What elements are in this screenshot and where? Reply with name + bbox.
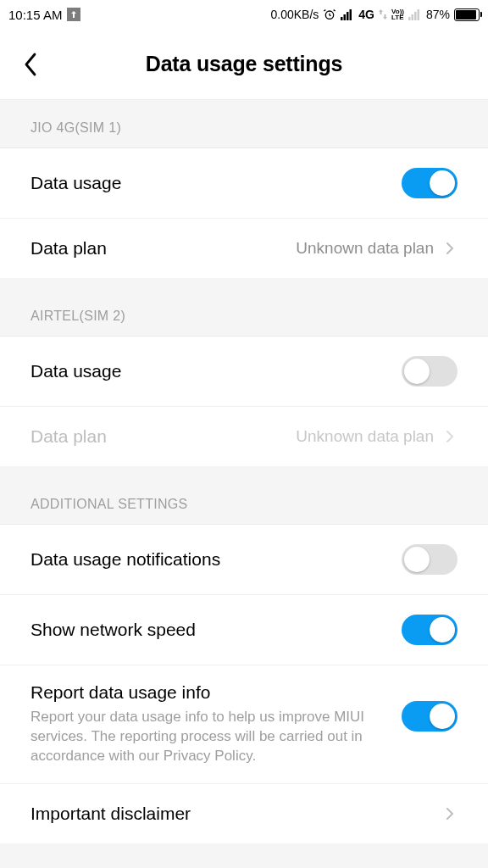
group-sim1: Data usage Data plan Unknown data plan: [0, 147, 488, 278]
section-header-sim1: JIO 4G(SIM 1): [0, 100, 488, 147]
row-label: Important disclaimer: [30, 804, 442, 824]
section-header-additional: ADDITIONAL SETTINGS: [0, 476, 488, 524]
updown-icon: [379, 9, 387, 19]
volte-indicator: Vo)) LTE: [391, 8, 404, 20]
back-button[interactable]: [19, 53, 42, 76]
svg-rect-7: [414, 12, 417, 20]
svg-rect-8: [417, 9, 419, 20]
svg-rect-4: [350, 9, 352, 20]
row-label: Report data usage info: [30, 682, 402, 703]
upload-indicator-icon: [67, 8, 80, 21]
network-type-1: 4G: [358, 8, 374, 21]
page-title: Data usage settings: [0, 52, 488, 76]
row-sim1-data-usage[interactable]: Data usage: [0, 147, 488, 218]
group-sim2: Data usage Data plan Unknown data plan: [0, 336, 488, 466]
chevron-right-icon: [442, 807, 458, 821]
toggle-sim2-data-usage[interactable]: [402, 356, 458, 387]
row-label: Show network speed: [30, 620, 402, 640]
row-value: Unknown data plan: [296, 239, 434, 258]
row-label: Data usage: [30, 173, 402, 193]
row-label: Data plan: [30, 426, 296, 447]
svg-rect-6: [411, 14, 413, 20]
row-sim1-data-plan[interactable]: Data plan Unknown data plan: [0, 218, 488, 278]
chevron-right-icon: [442, 430, 458, 443]
row-value: Unknown data plan: [296, 427, 434, 446]
toggle-sim1-data-usage[interactable]: [402, 168, 458, 198]
toggle-notifications[interactable]: [402, 544, 458, 575]
row-label: Data plan: [30, 238, 296, 259]
section-header-sim2: AIRTEL(SIM 2): [0, 288, 488, 336]
toggle-show-network-speed[interactable]: [402, 615, 458, 645]
row-notifications[interactable]: Data usage notifications: [0, 524, 488, 594]
battery-icon: [454, 8, 480, 21]
battery-percent: 87%: [426, 8, 450, 21]
signal-2-icon: [408, 8, 422, 20]
row-important-disclaimer[interactable]: Important disclaimer: [0, 783, 488, 843]
row-show-network-speed[interactable]: Show network speed: [0, 594, 488, 665]
svg-rect-3: [347, 12, 349, 20]
svg-rect-5: [408, 17, 411, 20]
row-report-usage[interactable]: Report data usage info Report your data …: [0, 665, 488, 783]
status-bar: 10:15 AM 0.00KB/s 4G Vo)) LTE 87%: [0, 0, 488, 29]
toggle-report-usage[interactable]: [402, 701, 458, 732]
alarm-icon: [323, 8, 336, 21]
page-header: Data usage settings: [0, 29, 488, 100]
group-additional: Data usage notifications Show network sp…: [0, 524, 488, 843]
svg-rect-2: [344, 14, 347, 20]
svg-rect-1: [341, 17, 343, 20]
row-label: Data usage: [30, 361, 402, 381]
network-speed: 0.00KB/s: [270, 8, 319, 21]
signal-1-icon: [341, 8, 354, 20]
row-description: Report your data usage info to help us i…: [30, 708, 369, 766]
status-time: 10:15 AM: [8, 8, 62, 22]
row-sim2-data-usage[interactable]: Data usage: [0, 336, 488, 406]
chevron-right-icon: [442, 242, 458, 255]
row-label: Data usage notifications: [30, 549, 402, 570]
row-sim2-data-plan: Data plan Unknown data plan: [0, 406, 488, 466]
